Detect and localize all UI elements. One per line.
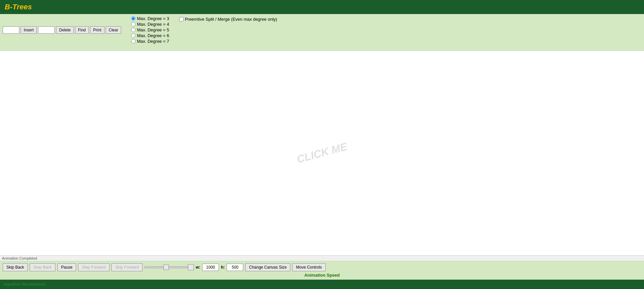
degree-7-text: Max. Degree = 7 <box>137 39 169 44</box>
degree-radio-group: Max. Degree = 3 Max. Degree = 4 Max. Deg… <box>131 16 169 44</box>
speed-slider-container <box>144 264 194 270</box>
bottom-controls: Skip Back Step Back Pause Step Forward S… <box>3 263 641 271</box>
degree-3-label[interactable]: Max. Degree = 3 <box>131 16 169 21</box>
app-title: B-Trees <box>5 3 639 11</box>
toolbar: Insert Delete Find Print Clear Max. Degr… <box>0 14 644 51</box>
w-label: w: <box>196 265 200 270</box>
clear-button[interactable]: Clear <box>106 26 121 34</box>
bottom-toolbar: Skip Back Step Back Pause Step Forward S… <box>0 261 644 280</box>
degree-4-label[interactable]: Max. Degree = 4 <box>131 22 169 27</box>
degree-5-label[interactable]: Max. Degree = 5 <box>131 27 169 32</box>
preemtive-label[interactable]: Preemtive Split / Merge (Even max degree… <box>179 17 277 22</box>
degree-5-text: Max. Degree = 5 <box>137 27 169 32</box>
app-header: B-Trees <box>0 0 644 14</box>
canvas-width-input[interactable] <box>202 264 219 271</box>
footer-text: Algorithm Visualizations <box>3 282 46 287</box>
skip-back-button[interactable]: Skip Back <box>3 263 28 271</box>
watermark-text: CLICK ME <box>296 140 349 166</box>
find-button[interactable]: Find <box>75 26 89 34</box>
pause-button[interactable]: Pause <box>57 263 76 271</box>
move-controls-button[interactable]: Move Controls <box>292 263 325 271</box>
degree-6-label[interactable]: Max. Degree = 6 <box>131 33 169 38</box>
delete-input[interactable] <box>38 26 55 34</box>
step-forward-button[interactable]: Step Forward <box>78 263 109 271</box>
degree-3-radio[interactable] <box>131 16 135 21</box>
insert-button[interactable]: Insert <box>21 26 37 34</box>
canvas-height-input[interactable] <box>227 264 243 271</box>
status-text: Animation Completed <box>2 256 37 260</box>
preemtive-checkbox[interactable] <box>179 17 184 21</box>
preemtive-text: Preemtive Split / Merge (Even max degree… <box>185 17 277 22</box>
speed-thumb <box>188 264 194 270</box>
h-label: h: <box>221 265 225 270</box>
degree-4-radio[interactable] <box>131 22 135 26</box>
preemtive-container: Preemtive Split / Merge (Even max degree… <box>179 16 277 22</box>
step-back-button[interactable]: Step Back <box>30 263 55 271</box>
delete-button[interactable]: Delete <box>56 26 74 34</box>
skip-forward-button[interactable]: Skip Forward <box>111 263 142 271</box>
toolbar-top-row: Insert Delete Find Print Clear Max. Degr… <box>3 16 277 44</box>
degree-6-text: Max. Degree = 6 <box>137 33 169 38</box>
degree-6-radio[interactable] <box>131 33 135 38</box>
degree-7-label[interactable]: Max. Degree = 7 <box>131 39 169 44</box>
toolbar-left: Insert Delete Find Print Clear <box>3 26 121 34</box>
canvas-area: CLICK ME <box>0 51 644 255</box>
degree-and-preemtive: Max. Degree = 3 Max. Degree = 4 Max. Deg… <box>131 16 277 44</box>
degree-4-text: Max. Degree = 4 <box>137 22 169 27</box>
animation-speed-label: Animation Speed <box>3 273 641 278</box>
print-button[interactable]: Print <box>90 26 104 34</box>
degree-3-text: Max. Degree = 3 <box>137 16 169 21</box>
speed-slider[interactable] <box>144 266 188 268</box>
degree-5-radio[interactable] <box>131 28 135 32</box>
change-canvas-button[interactable]: Change Canvas Size <box>245 263 290 271</box>
footer: Algorithm Visualizations <box>0 280 644 289</box>
degree-7-radio[interactable] <box>131 39 135 43</box>
status-bar: Animation Completed <box>0 255 644 261</box>
insert-input[interactable] <box>3 26 19 34</box>
